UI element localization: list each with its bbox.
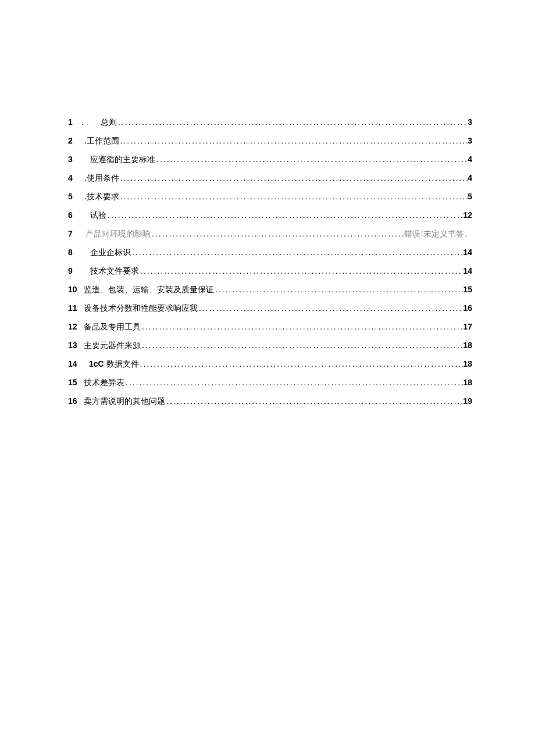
toc-number: 16 (68, 395, 83, 407)
toc-leader-dots: ........................................… (124, 377, 463, 389)
toc-entry-13[interactable]: 13主要元器件来源...............................… (68, 339, 472, 352)
toc-title: 卖方需说明的其他问题 (84, 395, 165, 407)
toc-entry-7[interactable]: 7产品对环境的影响...............................… (68, 228, 472, 240)
toc-leader-dots: ........................................… (139, 265, 463, 277)
toc-entry-3[interactable]: 3应遵循的主要标准...............................… (68, 153, 472, 166)
toc-title: 企业企标识 (90, 246, 131, 259)
toc-title: 总则 (101, 116, 117, 128)
toc-number: 13 (68, 339, 83, 352)
toc-number: 14 (68, 358, 83, 370)
toc-entry-10[interactable]: 10监造、包装、运输、安装及质量保证......................… (68, 284, 472, 296)
toc-page: 12 (463, 209, 472, 221)
toc-leader-dots: ........................................… (119, 135, 468, 147)
toc-leader-dots: ........................................… (214, 284, 463, 296)
toc-number: 3 (68, 153, 79, 166)
toc-number: 5 (68, 191, 79, 203)
toc-page: 16 (463, 302, 472, 314)
toc-title: 设备技术分数和性能要求响应我 (84, 302, 198, 314)
toc-prefix: ． (79, 116, 87, 128)
toc-title: 应遵循的主要标准 (90, 153, 155, 166)
toc-title: .技术要求 (84, 191, 119, 203)
toc-number: 1 (68, 116, 79, 128)
toc-leader-dots: ........................................… (131, 246, 463, 259)
toc-entry-12[interactable]: 12备品及专用工具...............................… (68, 321, 472, 333)
toc-page: 4 (468, 153, 472, 166)
toc-number: 10 (68, 284, 83, 296)
toc-page: 3 (468, 135, 472, 147)
toc-title: 试验 (90, 209, 106, 221)
toc-number: 12 (68, 321, 83, 333)
toc-page: 15 (463, 284, 472, 296)
toc-number: 4 (68, 172, 79, 184)
toc-leader-dots: ........................................… (198, 302, 463, 314)
toc-title: 技术文件要求 (90, 265, 139, 277)
toc-page: 14 (463, 246, 472, 259)
toc-title: .使用条件 (84, 172, 119, 184)
toc-entry-6[interactable]: 6试验.....................................… (68, 209, 472, 221)
toc-leader-dots: ........................................… (119, 172, 468, 184)
toc-number: 7 (68, 228, 79, 240)
toc-number: 11 (68, 302, 83, 314)
toc-title: 备品及专用工具 (84, 321, 141, 333)
toc-page: 19 (463, 395, 472, 407)
toc-leader-dots: ........................................… (155, 153, 468, 166)
toc-entry-16[interactable]: 16卖方需说明的其他问题............................… (68, 395, 472, 407)
toc-page: 4 (468, 172, 472, 184)
toc-title: 主要元器件来源 (84, 339, 141, 352)
toc-leader-dots: ........................................… (119, 191, 468, 203)
toc-entry-4[interactable]: 4.使用条件..................................… (68, 172, 472, 184)
toc-page: 17 (463, 321, 472, 333)
toc-title: 1cC 数据文件 (89, 358, 139, 370)
toc-number: 9 (68, 265, 79, 277)
toc-leader-dots: ........................................… (117, 116, 468, 128)
toc-page: 18 (463, 358, 472, 370)
toc-entry-14[interactable]: 141cC 数据文件..............................… (68, 358, 472, 370)
toc-number: 6 (68, 209, 79, 221)
toc-leader-dots: ........................................… (141, 321, 463, 333)
toc-entry-1[interactable]: 1．总则....................................… (68, 116, 472, 128)
table-of-contents: 1．总则....................................… (68, 116, 472, 407)
toc-page: 18 (463, 339, 472, 352)
toc-entry-2[interactable]: 2.工作范围..................................… (68, 135, 472, 147)
toc-number: 8 (68, 246, 79, 259)
toc-title: 技术差异表 (84, 377, 124, 389)
toc-page: 14 (463, 265, 472, 277)
toc-page: 错误!未定义书签。 (404, 228, 472, 240)
toc-page: 5 (468, 191, 472, 203)
toc-leader-dots: ........................................… (139, 358, 463, 370)
toc-entry-9[interactable]: 9技术文件要求.................................… (68, 265, 472, 277)
toc-title: 产品对环境的影响 (85, 228, 151, 240)
toc-leader-dots: ........................................… (151, 228, 404, 240)
toc-page: 3 (468, 116, 472, 128)
toc-leader-dots: ........................................… (106, 209, 463, 221)
toc-entry-5[interactable]: 5.技术要求..................................… (68, 191, 472, 203)
toc-number: 2 (68, 135, 79, 147)
toc-leader-dots: ........................................… (141, 339, 463, 352)
toc-number: 15 (68, 377, 83, 389)
toc-title: 监造、包装、运输、安装及质量保证 (84, 284, 214, 296)
toc-title: .工作范围 (84, 135, 119, 147)
toc-leader-dots: ........................................… (165, 395, 463, 407)
toc-entry-15[interactable]: 15技术差异表.................................… (68, 377, 472, 389)
toc-entry-11[interactable]: 11设备技术分数和性能要求响应我........................… (68, 302, 472, 314)
toc-page: 18 (463, 377, 472, 389)
toc-entry-8[interactable]: 8企业企标识..................................… (68, 246, 472, 259)
